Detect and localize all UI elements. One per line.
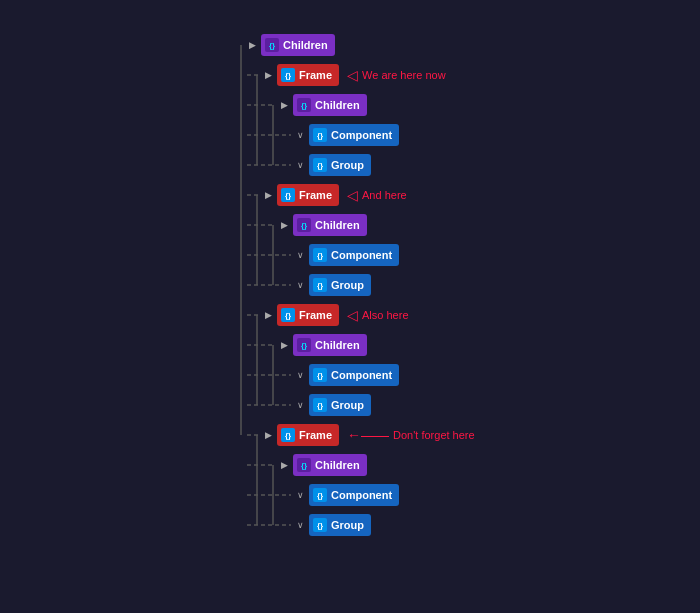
tree-row-group-1: ∨{}Group (293, 154, 371, 176)
annotation-arrow-frame-1: ◁ (347, 67, 358, 83)
annotation-frame-3: ◁Also here (347, 307, 408, 323)
tree-row-frame-3: ▶{}Frame◁Also here (261, 304, 409, 326)
expand-icon-group-1[interactable]: ∨ (293, 158, 307, 172)
tag-icon-group-3: {} (313, 398, 327, 412)
tag-label-group-3: Group (331, 399, 364, 411)
tree-row-children-3: ▶{}Children (277, 334, 367, 356)
expand-icon-component-3[interactable]: ∨ (293, 368, 307, 382)
tag-group-4[interactable]: {}Group (309, 514, 371, 536)
tag-icon-component-1: {} (313, 128, 327, 142)
tree-row-component-3: ∨{}Component (293, 364, 399, 386)
tag-frame-2[interactable]: {}Frame (277, 184, 339, 206)
tag-icon-frame-3: {} (281, 308, 295, 322)
tag-label-frame-2: Frame (299, 189, 332, 201)
tag-label-group-1: Group (331, 159, 364, 171)
tag-frame-1[interactable]: {}Frame (277, 64, 339, 86)
tag-label-children-1: Children (315, 99, 360, 111)
tag-icon-group-4: {} (313, 518, 327, 532)
tag-label-group-2: Group (331, 279, 364, 291)
expand-icon-group-2[interactable]: ∨ (293, 278, 307, 292)
tag-label-component-1: Component (331, 129, 392, 141)
annotation-frame-2: ◁And here (347, 187, 407, 203)
tag-component-3[interactable]: {}Component (309, 364, 399, 386)
tag-icon-frame-2: {} (281, 188, 295, 202)
tag-children-3[interactable]: {}Children (293, 334, 367, 356)
tree-row-component-2: ∨{}Component (293, 244, 399, 266)
tag-children-4[interactable]: {}Children (293, 454, 367, 476)
tree-row-component-4: ∨{}Component (293, 484, 399, 506)
expand-icon-children-4[interactable]: ▶ (277, 458, 291, 472)
expand-icon-children-1[interactable]: ▶ (277, 98, 291, 112)
expand-icon-frame-2[interactable]: ▶ (261, 188, 275, 202)
tree-row-frame-4: ▶{}Frame←——Don't forget here (261, 424, 475, 446)
tag-icon-frame-1: {} (281, 68, 295, 82)
tag-icon-root-children: {} (265, 38, 279, 52)
expand-icon-frame-3[interactable]: ▶ (261, 308, 275, 322)
tag-component-4[interactable]: {}Component (309, 484, 399, 506)
tree-row-children-2: ▶{}Children (277, 214, 367, 236)
tag-frame-4[interactable]: {}Frame (277, 424, 339, 446)
tag-icon-component-4: {} (313, 488, 327, 502)
expand-icon-group-3[interactable]: ∨ (293, 398, 307, 412)
tree-row-frame-1: ▶{}Frame◁We are here now (261, 64, 446, 86)
annotation-frame-1: ◁We are here now (347, 67, 446, 83)
tag-label-frame-3: Frame (299, 309, 332, 321)
tree-row-frame-2: ▶{}Frame◁And here (261, 184, 407, 206)
annotation-arrow-frame-3: ◁ (347, 307, 358, 323)
tag-icon-children-4: {} (297, 458, 311, 472)
tag-icon-children-3: {} (297, 338, 311, 352)
tag-label-component-3: Component (331, 369, 392, 381)
tag-label-component-2: Component (331, 249, 392, 261)
tag-component-2[interactable]: {}Component (309, 244, 399, 266)
tag-label-component-4: Component (331, 489, 392, 501)
annotation-text-frame-2: And here (362, 189, 407, 201)
tag-icon-frame-4: {} (281, 428, 295, 442)
expand-icon-component-2[interactable]: ∨ (293, 248, 307, 262)
tag-frame-3[interactable]: {}Frame (277, 304, 339, 326)
tag-children-2[interactable]: {}Children (293, 214, 367, 236)
tag-icon-group-1: {} (313, 158, 327, 172)
expand-icon-children-3[interactable]: ▶ (277, 338, 291, 352)
annotation-arrow-frame-2: ◁ (347, 187, 358, 203)
tag-label-children-4: Children (315, 459, 360, 471)
tag-children-1[interactable]: {}Children (293, 94, 367, 116)
tag-label-frame-4: Frame (299, 429, 332, 441)
tree-row-children-1: ▶{}Children (277, 94, 367, 116)
tree-row-children-4: ▶{}Children (277, 454, 367, 476)
expand-icon-root-children[interactable]: ▶ (245, 38, 259, 52)
tag-icon-children-1: {} (297, 98, 311, 112)
tree-row-group-4: ∨{}Group (293, 514, 371, 536)
expand-icon-component-1[interactable]: ∨ (293, 128, 307, 142)
tag-icon-component-2: {} (313, 248, 327, 262)
annotation-text-frame-4: Don't forget here (393, 429, 475, 441)
tag-group-3[interactable]: {}Group (309, 394, 371, 416)
tag-label-frame-1: Frame (299, 69, 332, 81)
expand-icon-group-4[interactable]: ∨ (293, 518, 307, 532)
tag-group-2[interactable]: {}Group (309, 274, 371, 296)
tag-root-children[interactable]: {}Children (261, 34, 335, 56)
expand-icon-component-4[interactable]: ∨ (293, 488, 307, 502)
tag-label-children-3: Children (315, 339, 360, 351)
tag-component-1[interactable]: {}Component (309, 124, 399, 146)
tag-icon-group-2: {} (313, 278, 327, 292)
tree-row-group-3: ∨{}Group (293, 394, 371, 416)
annotation-text-frame-3: Also here (362, 309, 408, 321)
expand-icon-frame-4[interactable]: ▶ (261, 428, 275, 442)
annotation-text-frame-1: We are here now (362, 69, 446, 81)
tag-label-root-children: Children (283, 39, 328, 51)
tag-icon-children-2: {} (297, 218, 311, 232)
tag-icon-component-3: {} (313, 368, 327, 382)
annotation-frame-4: ←——Don't forget here (347, 427, 475, 443)
tree-row-root-children: ▶{}Children (245, 34, 335, 56)
expand-icon-children-2[interactable]: ▶ (277, 218, 291, 232)
annotation-arrow-frame-4: ←—— (347, 427, 389, 443)
tag-group-1[interactable]: {}Group (309, 154, 371, 176)
tag-label-children-2: Children (315, 219, 360, 231)
tag-label-group-4: Group (331, 519, 364, 531)
tree-row-component-1: ∨{}Component (293, 124, 399, 146)
expand-icon-frame-1[interactable]: ▶ (261, 68, 275, 82)
tree-row-group-2: ∨{}Group (293, 274, 371, 296)
